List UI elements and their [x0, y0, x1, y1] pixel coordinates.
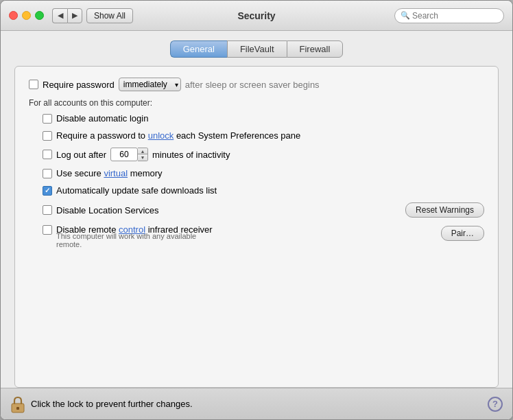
maximize-button[interactable]	[35, 11, 44, 20]
require-password-checkbox[interactable]	[29, 80, 38, 89]
require-password-unlock-label: Require a password to unlock each System…	[56, 130, 300, 141]
tab-general[interactable]: General	[170, 40, 227, 58]
auto-update-label: Automatically update safe downloads list	[56, 185, 217, 196]
lock-icon	[10, 395, 25, 413]
secure-memory-label: Use secure virtual memory	[56, 168, 163, 178]
after-sleep-label: after sleep or screen saver begins	[185, 80, 320, 90]
logout-after-row: Log out after ▲ ▼ minutes of inactivity	[43, 148, 484, 161]
disable-login-label: Disable automatic login	[56, 113, 148, 124]
close-button[interactable]	[9, 11, 18, 20]
search-icon: 🔍	[401, 11, 410, 20]
logout-spinner-arrows: ▲ ▼	[138, 148, 148, 161]
logout-spinner-wrapper: ▲ ▼	[110, 148, 148, 161]
reset-warnings-button[interactable]: Reset Warnings	[405, 202, 484, 218]
logout-minutes-input[interactable]	[110, 148, 138, 161]
show-all-button[interactable]: Show All	[86, 8, 133, 23]
titlebar: ◀ ▶ Show All Security 🔍	[1, 1, 512, 31]
back-button[interactable]: ◀	[52, 8, 67, 23]
disable-login-checkbox[interactable]	[43, 114, 52, 124]
lock-label: Click the lock to prevent further change…	[31, 399, 193, 409]
secure-memory-checkbox[interactable]	[43, 169, 52, 178]
forward-button[interactable]: ▶	[67, 8, 82, 23]
spinner-up[interactable]: ▲	[138, 148, 147, 154]
footer: Click the lock to prevent further change…	[1, 388, 512, 419]
require-password-unlock-row: Require a password to unlock each System…	[43, 130, 484, 141]
window-title: Security	[237, 10, 275, 21]
immediately-dropdown-wrapper: immediately 5 seconds 1 minute	[119, 78, 181, 91]
require-password-unlock-checkbox[interactable]	[43, 131, 52, 141]
secure-memory-row: Use secure virtual memory	[43, 168, 484, 178]
tab-bar: General FileVault Firewall	[14, 40, 499, 58]
nav-buttons: ◀ ▶	[52, 8, 82, 23]
lock-area[interactable]: Click the lock to prevent further change…	[10, 395, 193, 413]
general-panel: Require password immediately 5 seconds 1…	[14, 66, 499, 388]
immediately-dropdown[interactable]: immediately 5 seconds 1 minute	[119, 78, 181, 91]
search-input[interactable]	[412, 11, 498, 21]
minimize-button[interactable]	[22, 11, 31, 20]
logout-after-label: Log out after	[56, 150, 106, 160]
spinner-down[interactable]: ▼	[138, 154, 147, 161]
require-password-row: Require password immediately 5 seconds 1…	[29, 78, 484, 91]
accounts-section-label: For all accounts on this computer:	[29, 98, 484, 108]
require-password-label: Require password	[43, 80, 115, 90]
search-bar: 🔍	[394, 8, 504, 23]
disable-infrared-text: Disable remote control infrared receiver…	[43, 224, 213, 254]
traffic-lights	[9, 11, 44, 20]
pair-button[interactable]: Pair…	[441, 226, 484, 241]
tab-firewall[interactable]: Firewall	[287, 40, 344, 58]
logout-after-checkbox[interactable]	[43, 150, 52, 159]
disable-infrared-row: Disable remote control infrared receiver…	[43, 224, 484, 254]
auto-update-row: Automatically update safe downloads list	[43, 185, 484, 196]
logout-after-suffix: minutes of inactivity	[152, 150, 230, 160]
svg-rect-1	[16, 407, 19, 410]
disable-login-row: Disable automatic login	[43, 113, 484, 124]
auto-update-checkbox[interactable]	[43, 186, 52, 196]
disable-location-label: Disable Location Services	[56, 205, 159, 215]
tab-filevault[interactable]: FileVault	[227, 40, 287, 58]
disable-infrared-checkbox[interactable]	[43, 225, 52, 235]
disable-location-row: Disable Location Services Reset Warnings	[43, 202, 484, 218]
help-button[interactable]: ?	[488, 397, 503, 412]
disable-location-checkbox[interactable]	[43, 205, 52, 215]
disable-location-left: Disable Location Services	[43, 205, 159, 215]
content-area: General FileVault Firewall Require passw…	[1, 31, 512, 388]
infrared-sublabel: This computer will work with any availab…	[56, 232, 213, 248]
window: ◀ ▶ Show All Security 🔍 General FileVaul…	[0, 0, 513, 420]
